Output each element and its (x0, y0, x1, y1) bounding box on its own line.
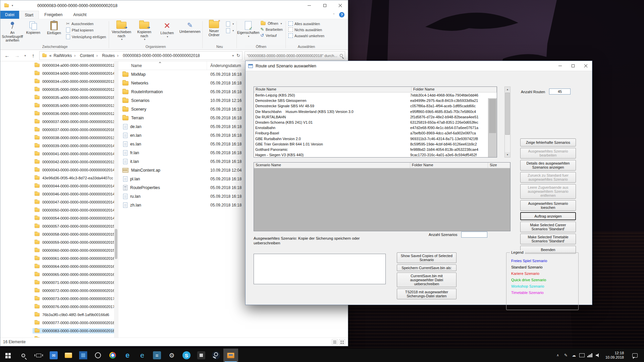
maximize-button[interactable] (317, 0, 332, 11)
forward-button[interactable]: → (13, 53, 21, 58)
route-row[interactable]: Die Marschbahn Husum-Westerland (KBS 130… (254, 109, 497, 114)
tree-folder-item[interactable]: 00000073-0000-0000-0000-000000002017 (0, 295, 118, 303)
easy-access-button[interactable] (225, 28, 235, 34)
tree-folder-item[interactable]: 00000060-0000-0000-0000-000000002015 (0, 246, 118, 254)
route-row[interactable]: Demostrecke Signale SBS HV 48-59 c057f86… (254, 103, 497, 109)
tree-folder-item[interactable]: 00000034-c000-0000-0000-000000002013 (0, 77, 118, 85)
scrollbar-thumb[interactable] (505, 93, 510, 135)
breadcrumb-segment[interactable]: Routes (102, 53, 121, 58)
tree-folder-item[interactable]: 00000076-0000-0000-0000-000000002017 (0, 303, 118, 311)
notification-center-button[interactable] (627, 353, 643, 358)
tree-folder-item[interactable]: 00000034-a000-0000-0000-000000002012 (0, 61, 118, 69)
task-view-button[interactable] (31, 349, 46, 362)
taskbar-app-button[interactable] (46, 349, 61, 362)
route-list-header-name[interactable]: Route Name (254, 87, 412, 92)
dialog-side-button[interactable]: Ausgewaehltes Szenario loeschen (520, 200, 576, 211)
search-box[interactable] (245, 51, 345, 60)
start-button[interactable] (0, 349, 15, 362)
dialog-action-button[interactable]: CurrentSave.bin mit ausgewaehlter Datei … (397, 273, 457, 287)
ribbon-tab[interactable]: Start (19, 11, 39, 19)
tree-folder-item[interactable]: 00000036-0000-0000-0000-000000002012 (0, 110, 118, 118)
tray-icon[interactable] (594, 349, 602, 362)
tree-folder-item[interactable]: 00000059-0000-0000-0000-000000002015 (0, 238, 118, 246)
taskbar-app-button[interactable] (120, 349, 135, 362)
dialog-side-button[interactable]: Zeige fehlerhafte Szenarios (520, 138, 576, 146)
ribbon-tab[interactable]: Freigeben (39, 11, 68, 19)
dialog-side-button[interactable]: Leere Zugverbaende aus ausgewaehltem Sze… (520, 184, 576, 199)
tree-scrollbar[interactable] (114, 61, 118, 338)
tray-icon[interactable]: ∧ (554, 349, 562, 362)
address-dropdown-icon[interactable]: ▾ (232, 54, 234, 57)
tree-folder-item[interactable]: 00000035-0000-0000-0000-000000002012 (0, 85, 118, 94)
route-row[interactable]: Gotthard Panoramic fe988bd2-1b84-4054-81… (254, 147, 497, 152)
dialog-side-button[interactable]: Auftrag anzeigen (520, 212, 576, 220)
collapse-ribbon-icon[interactable]: ⌃ (332, 13, 335, 16)
paste-button[interactable]: Einfügen (44, 20, 64, 41)
tree-folder-item[interactable]: 00000035-a000-0000-0000-000000002015 (0, 94, 118, 102)
route-row[interactable]: Demostrecke SBS Gleissperren ea9499fe-29… (254, 98, 497, 103)
copy-button[interactable]: Kopieren (23, 20, 43, 41)
saved-copies-listbox[interactable] (254, 254, 386, 284)
tree-folder-item[interactable]: 00000058-0000-0000-0000-000000002015 (0, 230, 118, 238)
tab-datei[interactable]: Datei (0, 11, 19, 19)
tree-folder-item[interactable]: 00000043-0000-0000-0000-000000002014 (0, 166, 118, 174)
taskbar-app-button[interactable] (76, 349, 91, 362)
invert-selection-button[interactable]: Auswahl umkehren (287, 33, 326, 38)
edit-button[interactable]: ✎ Bearbeiten (259, 27, 284, 32)
tree-folder-item[interactable]: 00000083-0000-0000-0000-000000002018 (0, 327, 118, 335)
new-item-button[interactable] (225, 21, 235, 27)
recent-locations-dropdown[interactable]: ▾ (23, 54, 27, 57)
dialog-close-button[interactable] (579, 61, 592, 71)
dialog-side-button[interactable]: Make Selected Career Scenarios 'Standard… (520, 222, 576, 232)
taskbar-app-button[interactable] (150, 349, 164, 362)
dialog-minimize-button[interactable] (554, 61, 567, 71)
tree-folder-item[interactable]: 43e96d36-0f35-46c3-8d72-ea33da4407cc (0, 174, 118, 182)
tree-folder-item[interactable]: 00000037-0000-0000-0000-000000002018 (0, 126, 118, 134)
tree-folder-item[interactable]: 00000050-0000-0000-0000-000000002014 (0, 206, 118, 214)
taskbar-app-button[interactable] (194, 349, 209, 362)
tray-icon[interactable] (578, 349, 586, 362)
quick-access-toolbar[interactable]: ▾ (0, 4, 16, 8)
route-row[interactable]: Die RURTALBAHN 2f1d5876-d72e-48e2-b948-8… (254, 114, 497, 120)
dialog-maximize-button[interactable] (567, 61, 579, 71)
copy-to-button[interactable]: ➜ Kopieren nach (133, 20, 155, 41)
delete-button[interactable]: ✕ Löschen (156, 20, 178, 41)
scroll-up-icon[interactable]: ▲ (505, 87, 510, 92)
tree-folder-item[interactable]: 00000064-0000-0000-0000-000000002016 (0, 262, 118, 270)
tray-icon[interactable]: ✎ (562, 349, 570, 362)
tree-folder-item[interactable]: 00000065-0000-0000-0000-000000002016 (0, 270, 118, 279)
tree-folder-item[interactable]: 00000077-0000-0000-0000-000000002018 (0, 319, 118, 327)
column-header-name[interactable]: Name (118, 61, 207, 70)
route-row[interactable]: Freiburg-Basel a7befb00-8969-4dcc-a3ef-6… (254, 130, 497, 136)
breadcrumb[interactable]: « RailWorksContentRoutes00000083-0000-00… (39, 51, 243, 60)
history-button[interactable]: ↺ Verlauf (259, 33, 284, 38)
tree-folder-item[interactable]: 00000038-0000-0000-0000-000000002013 (0, 134, 118, 142)
tree-folder-item[interactable]: MixMap (0, 335, 118, 338)
tree-folder-item[interactable]: 00000072-0000-0000-0000-000000002016 (0, 287, 118, 295)
move-to-button[interactable]: ➜ Verschieben nach (110, 20, 132, 41)
tree-folder-item[interactable]: 00000041-0000-0000-0000-000000002014 (0, 150, 118, 158)
breadcrumb-segment[interactable]: RailWorks (54, 53, 78, 58)
up-button[interactable]: ↑ (29, 53, 37, 58)
thumbnails-view-button[interactable] (339, 339, 345, 345)
taskbar-clock[interactable]: 12:18 10.09.2018 (602, 351, 627, 360)
route-list-scroll-area[interactable] (488, 98, 497, 157)
select-all-button[interactable]: Alles auswählen (287, 21, 326, 26)
anzahl-szenarios-field[interactable] (461, 232, 487, 238)
back-button[interactable]: ← (3, 53, 11, 58)
tree-folder-item[interactable]: 76b3a3f0-c9b0-48f2-9eff-1af9b00166d6 (0, 311, 118, 319)
anzahl-routen-field[interactable] (549, 88, 571, 95)
dialog-side-button[interactable]: Ausgewaehltes Szenario bearbeiten (520, 148, 576, 159)
dialog-side-button[interactable]: Make Selected Timetable Scenarios 'Stand… (520, 234, 576, 244)
scenario-list-header-size[interactable]: Size (488, 163, 510, 168)
scenario-list[interactable]: Scenario Name Folder Name Size (254, 162, 511, 231)
close-button[interactable] (332, 0, 348, 11)
route-row[interactable]: Berlin-Leipzig (KBS 250) 7ebb30c4-14dd-4… (254, 93, 497, 98)
tree-folder-item[interactable]: 00000035-b000-0000-0000-000000002013 (0, 102, 118, 110)
tree-folder-item[interactable]: 00000061-0000-0000-0000-000000002016 (0, 254, 118, 262)
tray-icon[interactable]: ☁ (570, 349, 578, 362)
qat-dropdown-icon[interactable]: ▾ (12, 4, 13, 7)
tree-folder-item[interactable]: 00000044-0000-0000-0000-000000002014 (0, 182, 118, 190)
breadcrumb-segment[interactable]: Content (80, 53, 100, 58)
taskbar-app-button[interactable] (91, 349, 105, 362)
